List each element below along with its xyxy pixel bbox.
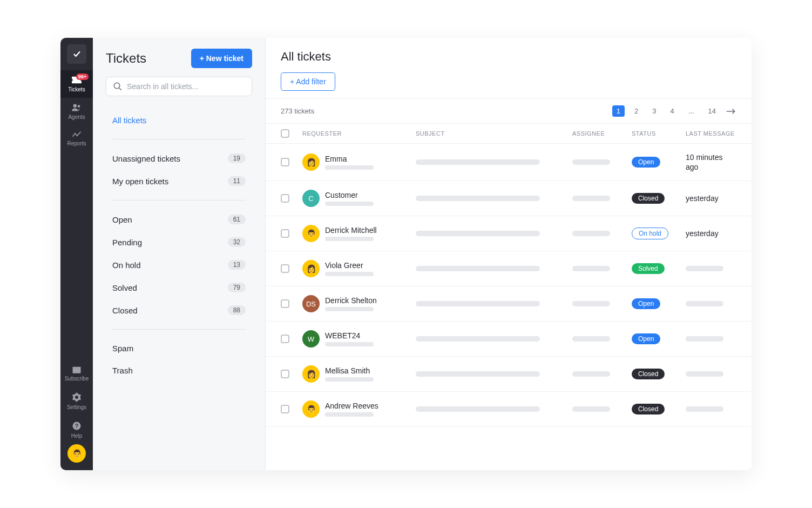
filter-onhold[interactable]: On hold 13 <box>93 253 265 276</box>
col-assignee[interactable]: ASSIGNEE <box>572 130 632 137</box>
filter-label: Trash <box>112 366 133 375</box>
status-badge: Open <box>632 333 660 344</box>
add-filter-button[interactable]: + Add filter <box>281 72 335 91</box>
rail-item-subscribe[interactable]: Subscribe <box>60 360 93 387</box>
filter-pending[interactable]: Pending 32 <box>93 231 265 253</box>
rail-label: Subscribe <box>65 376 89 382</box>
filter-trash[interactable]: Trash <box>93 359 265 382</box>
check-logo-icon <box>72 49 82 59</box>
help-icon: ? <box>72 421 82 431</box>
placeholder <box>686 301 723 306</box>
icon-rail: 99+ Tickets Agents Reports Subscribe Set… <box>60 38 93 470</box>
gear-icon <box>72 392 82 402</box>
filter-label: Closed <box>112 306 138 315</box>
search-input[interactable] <box>127 82 245 91</box>
placeholder <box>572 231 610 236</box>
requester-name: Customer <box>325 191 374 199</box>
row-checkbox[interactable] <box>281 370 289 378</box>
rail-label: Reports <box>67 141 86 146</box>
filter-spam[interactable]: Spam <box>93 337 265 359</box>
requester-name: Andrew Reeves <box>325 402 378 410</box>
rail-item-settings[interactable]: Settings <box>60 387 93 416</box>
filter-count: 11 <box>228 176 246 186</box>
placeholder <box>686 336 723 342</box>
new-ticket-button[interactable]: + New ticket <box>191 49 252 68</box>
ticket-row[interactable]: 👩 Emma Open 10 minutes ago <box>266 144 752 181</box>
placeholder <box>416 371 540 377</box>
ticket-row[interactable]: 👨 Derrick Mitchell On hold yesterday <box>266 216 752 251</box>
filter-closed[interactable]: Closed 88 <box>93 299 265 322</box>
rail-label: Settings <box>67 404 86 410</box>
rail-item-help[interactable]: ? Help <box>60 416 93 444</box>
placeholder <box>686 371 723 377</box>
filter-count: 79 <box>228 283 246 292</box>
toolbar: 273 tickets 1 2 3 4 ... 14 <box>266 99 752 123</box>
last-message-text: yesterday <box>686 229 719 238</box>
page-1[interactable]: 1 <box>612 105 625 117</box>
search-box[interactable] <box>106 77 252 96</box>
col-status[interactable]: STATUS <box>632 130 686 137</box>
placeholder <box>416 301 540 306</box>
rail-item-tickets[interactable]: 99+ Tickets <box>60 70 93 98</box>
app-logo[interactable] <box>67 44 86 64</box>
filter-my-open[interactable]: My open tickets 11 <box>93 170 265 192</box>
filter-count: 88 <box>228 305 246 315</box>
placeholder <box>686 266 723 271</box>
page-ellipsis: ... <box>684 105 699 117</box>
row-checkbox[interactable] <box>281 405 289 413</box>
page-last[interactable]: 14 <box>704 105 720 117</box>
row-checkbox[interactable] <box>281 229 289 238</box>
ticket-count: 273 tickets <box>281 107 314 115</box>
app-window: 99+ Tickets Agents Reports Subscribe Set… <box>60 38 752 470</box>
svg-point-6 <box>114 83 120 89</box>
divider <box>112 200 246 200</box>
user-avatar[interactable]: 👨 <box>67 444 86 463</box>
reports-icon <box>72 131 82 138</box>
requester-name: Viola Greer <box>325 261 374 270</box>
filter-open[interactable]: Open 61 <box>93 208 265 231</box>
page-title: All tickets <box>281 50 736 64</box>
filter-label: Open <box>112 215 132 224</box>
ticket-row[interactable]: 👩 Viola Greer Solved <box>266 251 752 286</box>
page-2[interactable]: 2 <box>630 105 642 117</box>
placeholder <box>325 272 374 276</box>
table-header: REQUESTER SUBJECT ASSIGNEE STATUS LAST M… <box>266 123 752 144</box>
page-3[interactable]: 3 <box>648 105 660 117</box>
page-4[interactable]: 4 <box>666 105 678 117</box>
rail-item-agents[interactable]: Agents <box>60 98 93 125</box>
col-requester[interactable]: REQUESTER <box>302 130 416 137</box>
col-subject[interactable]: SUBJECT <box>416 130 572 137</box>
svg-rect-2 <box>73 367 81 373</box>
rail-item-reports[interactable]: Reports <box>60 125 93 152</box>
select-all-checkbox[interactable] <box>281 129 289 138</box>
filter-all-tickets[interactable]: All tickets <box>93 109 265 131</box>
row-checkbox[interactable] <box>281 194 289 203</box>
placeholder <box>325 165 374 170</box>
filter-solved[interactable]: Solved 79 <box>93 276 265 299</box>
col-last-message[interactable]: LAST MESSAGE <box>686 130 736 137</box>
ticket-row[interactable]: 👨 Andrew Reeves Closed <box>266 392 752 427</box>
placeholder <box>572 159 610 165</box>
row-checkbox[interactable] <box>281 158 289 166</box>
row-checkbox[interactable] <box>281 299 289 308</box>
ticket-row[interactable]: C Customer Closed yesterday <box>266 181 752 216</box>
sidebar-title: Tickets <box>106 51 146 66</box>
main-content: All tickets + Add filter 273 tickets 1 2… <box>266 38 752 470</box>
row-checkbox[interactable] <box>281 335 289 343</box>
filter-label: All tickets <box>112 116 146 125</box>
filter-count: 13 <box>228 260 246 270</box>
placeholder <box>416 231 540 236</box>
requester-avatar: 👩 <box>302 260 320 277</box>
filter-unassigned[interactable]: Unassigned tickets 19 <box>93 147 265 170</box>
ticket-row[interactable]: DS Derrick Shelton Open <box>266 286 752 322</box>
ticket-row[interactable]: 👩 Mellisa Smith Closed <box>266 357 752 392</box>
requester-name: Mellisa Smith <box>325 366 374 375</box>
ticket-row[interactable]: W WEBET24 Open <box>266 322 752 357</box>
row-checkbox[interactable] <box>281 264 289 273</box>
page-next-button[interactable] <box>726 108 736 115</box>
placeholder <box>416 266 540 271</box>
svg-point-0 <box>73 104 77 108</box>
placeholder <box>572 266 610 271</box>
status-badge: Closed <box>632 404 665 415</box>
filter-count: 61 <box>228 215 246 224</box>
